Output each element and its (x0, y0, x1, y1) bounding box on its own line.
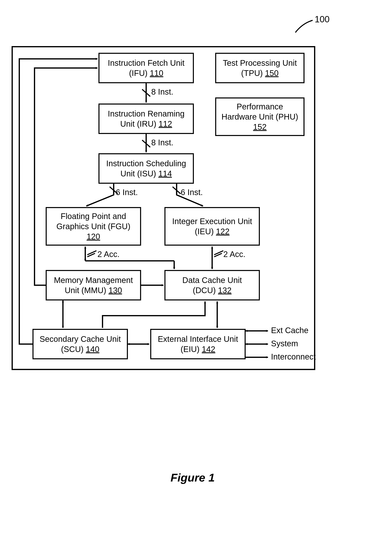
box-dcu-line2: (DCU) 132 (193, 285, 231, 295)
box-scu-line1: Secondary Cache Unit (40, 334, 121, 344)
ext-label-interconnect: Interconnect (271, 352, 316, 361)
box-tpu: Test Processing Unit (TPU) 150 (215, 53, 305, 83)
box-fgu-ref: 120 (87, 232, 100, 241)
edge-label-ifu-iru: 8 Inst. (151, 87, 173, 96)
box-isu-line1: Instruction Scheduling (106, 158, 186, 168)
box-dcu-line1: Data Cache Unit (182, 275, 242, 285)
diagram-page: 100 Instruction Fetch Unit (IFU) 110 Tes… (0, 0, 392, 542)
svg-line-13 (214, 253, 222, 257)
box-isu: Instruction Scheduling Unit (ISU) 114 (98, 153, 194, 184)
figure-caption: Figure 1 (170, 471, 215, 484)
ext-label-cache: Ext Cache (271, 326, 309, 335)
box-mmu-line1: Memory Management (54, 275, 133, 285)
svg-line-1 (142, 89, 150, 96)
box-ieu-line1: Integer Execution Unit (172, 216, 252, 226)
box-fgu-line1: Floating Point and (61, 211, 126, 221)
box-mmu: Memory Management Unit (MMU) 130 (46, 270, 141, 300)
figure-ref-100: 100 (315, 14, 329, 24)
box-ifu-line2: (IFU) 110 (129, 68, 163, 78)
box-phu-line2: Hardware Unit (PHU) (222, 112, 298, 122)
box-iru-line2: Unit (IRU) 112 (120, 119, 172, 129)
box-fgu-line2: Graphics Unit (FGU) (56, 221, 131, 231)
svg-line-10 (87, 253, 95, 257)
box-eiu-line1: External Interface Unit (158, 334, 238, 344)
box-eiu: External Interface Unit (EIU) 142 (150, 329, 246, 359)
edge-label-ieu-acc: 2 Acc. (223, 250, 245, 259)
svg-line-9 (87, 251, 96, 255)
box-tpu-line2: (TPU) 150 (241, 68, 279, 78)
box-ifu-line1: Instruction Fetch Unit (108, 58, 185, 68)
box-phu: Performance Hardware Unit (PHU) 152 (215, 98, 305, 136)
box-scu-line2: (SCU) 140 (61, 344, 99, 354)
box-eiu-line2: (EIU) 142 (180, 344, 215, 354)
box-iru-line1: Instruction Renaming (108, 108, 185, 119)
edge-label-isu-ieu: 6 Inst. (181, 188, 203, 197)
box-ifu: Instruction Fetch Unit (IFU) 110 (98, 53, 194, 83)
box-isu-line2: Unit (ISU) 114 (120, 168, 172, 179)
edge-label-fgu-acc: 2 Acc. (98, 250, 120, 259)
ext-label-system: System (271, 339, 298, 348)
svg-line-12 (214, 251, 223, 255)
box-ieu: Integer Execution Unit (IEU) 122 (164, 207, 260, 246)
box-fgu: Floating Point and Graphics Unit (FGU) 1… (46, 207, 141, 246)
box-iru: Instruction Renaming Unit (IRU) 112 (98, 103, 194, 134)
svg-line-3 (142, 140, 150, 147)
box-tpu-line1: Test Processing Unit (223, 58, 297, 68)
box-phu-ref: 152 (253, 122, 267, 131)
box-mmu-line2: Unit (MMU) 130 (65, 285, 122, 295)
box-scu: Secondary Cache Unit (SCU) 140 (33, 329, 128, 359)
box-phu-line1: Performance (237, 102, 283, 112)
edge-label-isu-fgu: 6 Inst. (116, 188, 138, 197)
box-dcu: Data Cache Unit (DCU) 132 (164, 270, 260, 300)
edge-label-iru-isu: 8 Inst. (151, 138, 173, 147)
svg-line-5 (173, 187, 181, 194)
box-ieu-line2: (IEU) 122 (195, 226, 229, 237)
